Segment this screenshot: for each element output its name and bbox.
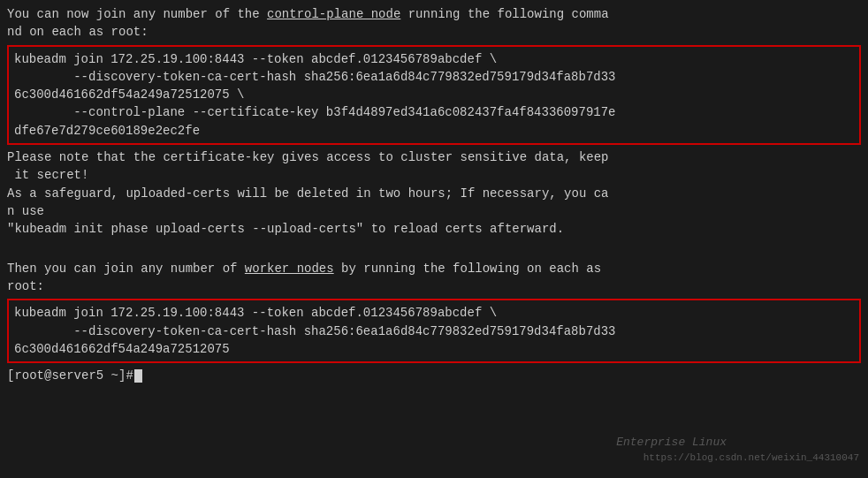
intro-paragraph: You can now join any number of the contr… bbox=[7, 5, 861, 42]
watermark-enterprise: Enterprise Linux bbox=[616, 435, 727, 451]
watermark-url: https://blog.csdn.net/weixin_44310047 bbox=[643, 451, 859, 466]
command-box-2[interactable]: kubeadm join 172.25.19.100:8443 --token … bbox=[7, 299, 861, 363]
command-box-1[interactable]: kubeadm join 172.25.19.100:8443 --token … bbox=[7, 45, 861, 145]
prompt-text: [root@server5 ~]# bbox=[7, 367, 133, 384]
intro-text-before: You can now join any number of the bbox=[7, 7, 267, 21]
prompt-line: [root@server5 ~]# bbox=[7, 367, 861, 384]
then-paragraph: Then you can join any number of worker n… bbox=[7, 242, 861, 296]
worker-nodes-link: worker nodes bbox=[245, 262, 334, 276]
note-paragraph: Please note that the certificate-key giv… bbox=[7, 148, 861, 238]
then-text-before: Then you can join any number of bbox=[7, 262, 245, 276]
cursor-block bbox=[134, 369, 142, 383]
terminal-window: You can now join any number of the contr… bbox=[0, 0, 868, 478]
control-plane-node-link: control-plane node bbox=[267, 7, 400, 21]
